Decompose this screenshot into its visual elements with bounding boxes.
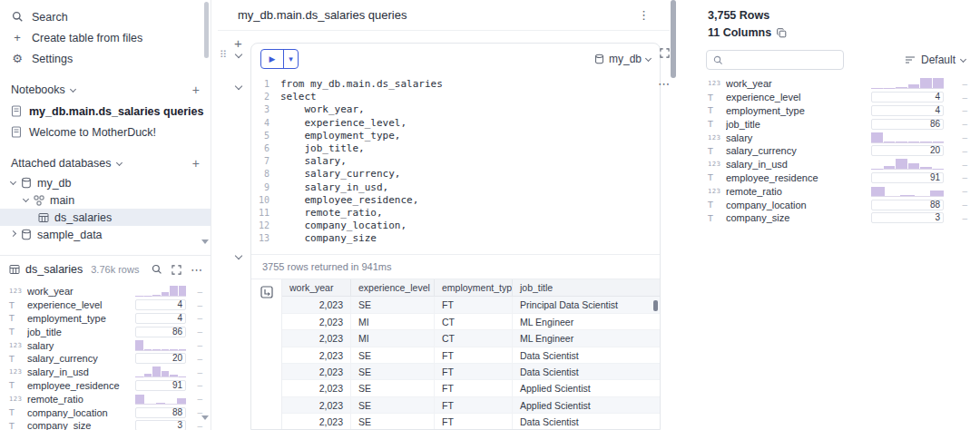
tree-item-ds-salaries[interactable]: ds_salaries (0, 209, 211, 226)
column-name: salary_in_usd (726, 159, 871, 170)
column-stat: 91 (135, 380, 186, 391)
column-stat-row[interactable]: 123 salary – (708, 131, 967, 144)
result-row[interactable]: 2,023 SE FT Principal Data Scientist (282, 297, 660, 313)
scrollbar-thumb[interactable] (671, 0, 676, 78)
result-cell: CT (435, 330, 513, 346)
results-collapse-chevron[interactable] (235, 252, 242, 259)
column-stat: 86 (871, 119, 944, 130)
notebook-header: my_db.main.ds_salaries queries ⋮ (218, 0, 670, 31)
column-stat-row[interactable]: T employment_type 4 – (9, 312, 202, 326)
column-stat-row[interactable]: T experience_level 4 – (708, 91, 967, 104)
column-stat-row[interactable]: T job_title 86 – (9, 325, 202, 338)
line-number: 3 (251, 103, 280, 116)
database-selector[interactable]: my_db (594, 53, 651, 65)
result-row[interactable]: 2,023 SE FT Data Scientist (282, 414, 660, 429)
search-nav-item[interactable]: Search (0, 6, 211, 27)
more-icon[interactable]: ⋯ (191, 263, 202, 277)
chevron-down-icon[interactable] (23, 196, 29, 202)
column-name: salary_currency (27, 353, 135, 364)
notebook-item-welcome[interactable]: Welcome to MotherDuck! (0, 122, 211, 142)
column-stat-row[interactable]: 123 work_year – (708, 77, 967, 91)
column-header[interactable]: employment_type (435, 279, 513, 296)
sql-editor[interactable]: 1 from my_db.main.ds_salaries 2 select 3… (251, 74, 660, 254)
cell-drag-handle[interactable]: ⠿ (220, 49, 227, 61)
column-header[interactable]: work_year (282, 279, 351, 296)
column-stat-row[interactable]: T employee_residence 91 – (9, 379, 202, 393)
unique-count: 91 (871, 172, 944, 183)
column-stat-row[interactable]: T company_location 88 – (9, 406, 202, 419)
result-row[interactable]: 2,023 SE FT Data Scientist (282, 347, 660, 364)
unique-count: 86 (135, 327, 186, 337)
cell-collapse-chevron[interactable] (235, 51, 242, 58)
column-stat-row[interactable]: 123 remote_ratio – (708, 184, 967, 198)
databases-section-header[interactable]: Attached databases + (0, 152, 211, 174)
column-stat-row[interactable]: T employment_type 4 – (708, 104, 967, 118)
expand-icon[interactable] (172, 265, 181, 275)
results-area: work_year experience_level employment_ty… (251, 279, 660, 429)
add-notebook-button[interactable]: + (192, 83, 200, 97)
code-text: experience_level, (280, 117, 407, 130)
column-inspector-panel: 3,755 Rows 11 Columns Default 123 work_y… (699, 0, 980, 430)
column-search-input[interactable] (729, 54, 837, 65)
copy-icon[interactable] (777, 28, 787, 38)
column-stat-row[interactable]: 123 salary_in_usd – (9, 366, 202, 379)
tree-item-main-schema[interactable]: main (0, 191, 211, 209)
column-search-box[interactable] (706, 50, 844, 70)
column-stat-row[interactable]: T experience_level 4 – (9, 298, 202, 312)
chevron-right-icon[interactable] (10, 230, 16, 237)
result-row[interactable]: 2,023 SE FT Applied Scientist (282, 397, 660, 414)
run-button[interactable]: ▶ (261, 50, 283, 68)
column-stat-row[interactable]: T employee_residence 91 – (708, 171, 967, 185)
result-row[interactable]: 2,023 SE FT Data Scientist (282, 364, 660, 380)
run-options-caret[interactable]: ▾ (283, 50, 298, 68)
notebooks-section-header[interactable]: Notebooks + (0, 79, 211, 101)
settings-nav-item[interactable]: ⚙ Settings (0, 48, 211, 69)
scrollbar-thumb[interactable] (204, 2, 209, 58)
sort-select[interactable]: Default (905, 54, 969, 66)
sidebar-scrollbar[interactable] (203, 0, 210, 245)
result-cell: 2,023 (282, 347, 351, 363)
chevron-down-icon[interactable] (10, 179, 16, 185)
result-row[interactable]: 2,023 SE FT Applied Scientist (282, 380, 660, 396)
editor-collapse-chevron[interactable] (235, 83, 242, 90)
column-stat-row[interactable]: 123 salary_in_usd – (708, 158, 967, 171)
search-icon[interactable] (152, 264, 162, 275)
histogram (871, 159, 944, 170)
attach-database-button[interactable]: + (192, 156, 200, 171)
column-stat-row[interactable]: 123 work_year – (9, 285, 202, 298)
result-cell: SE (351, 380, 435, 396)
tree-item-sample-data[interactable]: sample_data (0, 226, 211, 243)
tree-item-my-db[interactable]: my_db (0, 174, 211, 191)
column-stat-row[interactable]: T salary_currency 20 – (9, 352, 202, 366)
results-scrollbar-thumb[interactable] (653, 300, 658, 311)
create-table-nav-item[interactable]: + Create table from files (0, 27, 211, 48)
column-stat-row[interactable]: T salary_currency 20 – (708, 144, 967, 158)
notebook-item-ds-salaries-queries[interactable]: my_db.main.ds_salaries queries (0, 101, 211, 122)
column-stat-row[interactable]: 123 remote_ratio – (9, 392, 202, 406)
column-stat-row[interactable]: T company_location 88 – (708, 198, 967, 211)
gear-icon: ⚙ (11, 52, 24, 65)
result-row[interactable]: 2,023 MI CT ML Engineer (282, 314, 660, 330)
database-name: my_db (37, 177, 72, 190)
table-preview-header: ds_salaries 3.76k rows ⋯ (0, 256, 211, 283)
database-icon (21, 229, 32, 240)
column-name: company_size (726, 212, 871, 223)
result-cell: FT (435, 414, 513, 429)
notebook-icon (11, 126, 22, 138)
column-header[interactable]: job_title (513, 279, 660, 296)
cell-more-icon[interactable]: ⋯ (658, 77, 670, 91)
add-cell-button[interactable]: + (234, 35, 242, 51)
notebook-scrollbar[interactable] (670, 0, 677, 430)
result-row[interactable]: 2,023 MI CT ML Engineer (282, 330, 660, 347)
column-stat-row[interactable]: 123 salary – (9, 338, 202, 352)
pivot-icon[interactable] (260, 286, 273, 298)
column-header[interactable]: experience_level (351, 279, 435, 296)
cell-expand-icon[interactable] (660, 48, 670, 58)
scroll-down-arrow[interactable] (201, 239, 209, 244)
column-stat-row[interactable]: T job_title 86 – (708, 117, 967, 131)
column-stat-row[interactable]: T company_size 3 – (9, 419, 202, 430)
notebook-menu-icon[interactable]: ⋮ (638, 8, 650, 22)
result-cell: SE (351, 414, 435, 429)
column-stat-row[interactable]: T company_size 3 – (708, 211, 967, 225)
column-type-icon: T (9, 300, 27, 310)
